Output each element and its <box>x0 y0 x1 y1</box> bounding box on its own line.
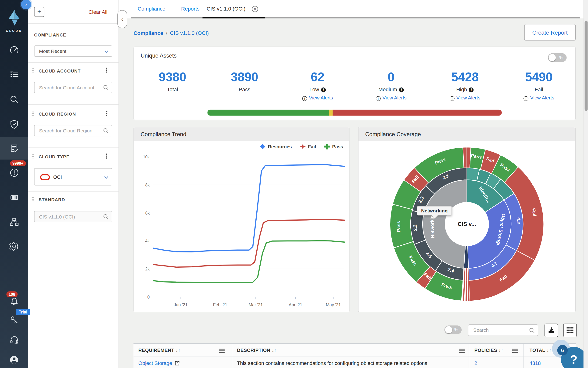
clear-all-filters-button[interactable]: Clear All <box>88 9 107 15</box>
stat-low-value: 62 <box>286 70 350 84</box>
stat-total: 9380 Total <box>141 70 204 92</box>
kebab-menu-icon[interactable] <box>106 110 107 116</box>
create-report-button[interactable]: Create Report <box>524 24 576 41</box>
total-cell[interactable]: 4318 <box>530 360 541 366</box>
breadcrumb-compliance-link[interactable]: Compliance <box>133 30 163 36</box>
alerts-icon[interactable] <box>9 167 19 178</box>
close-tab-icon[interactable]: ✕ <box>252 6 258 12</box>
drag-handle-icon[interactable] <box>32 197 35 201</box>
network-sitemap-icon[interactable] <box>9 217 19 227</box>
cloud-logo-icon[interactable] <box>6 9 21 28</box>
svg-text:4.2: 4.2 <box>516 217 521 224</box>
support-headset-icon[interactable] <box>9 335 19 345</box>
view-alerts-high-link[interactable]: !View Alerts <box>433 95 497 101</box>
compliance-coverage-title: Compliance Coverage <box>359 127 575 141</box>
profile-avatar-icon[interactable] <box>9 355 19 365</box>
table-search-input[interactable] <box>473 327 527 333</box>
info-icon[interactable]: i <box>469 87 474 92</box>
policies-shield-icon[interactable] <box>9 119 19 129</box>
cloud-type-select[interactable]: OCI <box>34 168 112 185</box>
external-link-icon[interactable] <box>175 361 180 366</box>
drag-handle-icon[interactable] <box>32 111 35 116</box>
help-notification-badge: 6 <box>557 345 568 356</box>
column-requirement[interactable]: REQUIREMENT↓↑ <box>138 348 180 353</box>
divider <box>28 23 118 24</box>
toggle-knob <box>445 326 452 333</box>
inventory-list-icon[interactable] <box>9 69 19 79</box>
cloud-region-search-input[interactable] <box>38 128 104 134</box>
scrollbar-thumb[interactable] <box>585 21 588 111</box>
requirement-link[interactable]: Object Storage <box>138 360 172 366</box>
stat-high: 5428 Highi !View Alerts <box>433 70 497 101</box>
toggle-knob <box>549 54 556 61</box>
svg-text:0: 0 <box>147 295 149 299</box>
download-icon <box>548 327 555 334</box>
info-icon[interactable]: i <box>399 87 404 92</box>
bar-segment <box>333 110 502 116</box>
bar-segment <box>329 110 333 116</box>
vertical-scrollbar[interactable] <box>584 0 588 368</box>
column-policies[interactable]: POLICIES↓↑ <box>474 348 503 353</box>
stat-pass: 3890 Pass <box>213 70 276 92</box>
licensing-key-icon[interactable] <box>9 315 19 325</box>
kebab-menu-icon[interactable] <box>106 153 107 159</box>
notifications-count-badge: 108 <box>6 291 17 297</box>
compliance-clipboard-icon[interactable] <box>9 143 19 153</box>
column-divider <box>469 344 469 368</box>
coverage-sunburst-chart[interactable]: CIS v...Identit...Object StorageNetworki… <box>359 141 576 313</box>
dashboard-gauge-icon[interactable] <box>9 45 19 55</box>
filter-section-cloud-region-label: CLOUD REGION <box>39 112 76 117</box>
column-menu-icon[interactable] <box>219 349 225 353</box>
cloud-account-search-input[interactable] <box>38 84 104 91</box>
column-total[interactable]: TOTAL↓↑ <box>530 348 552 353</box>
sort-icon[interactable]: ↓↑ <box>272 348 276 353</box>
tab-reports[interactable]: Reports <box>181 6 200 12</box>
settings-gear-icon[interactable] <box>9 241 19 251</box>
add-filter-button[interactable]: + <box>34 7 44 17</box>
svg-text:CIS v...: CIS v... <box>458 221 476 227</box>
compliance-trend-card: Compliance Trend ResourcesFailPass 10k8k… <box>133 127 349 312</box>
tab-compliance[interactable]: Compliance <box>138 6 166 12</box>
investigate-search-icon[interactable] <box>9 94 19 104</box>
main-tab-bar: Compliance Reports CIS v1.1.0 (OCI) ✕ <box>118 0 588 18</box>
sort-icon[interactable]: ↓↑ <box>176 348 180 353</box>
standard-search-input[interactable] <box>38 214 104 220</box>
column-description[interactable]: DESCRIPTION↓↑ <box>237 348 276 353</box>
column-settings-button[interactable] <box>563 323 577 337</box>
view-alerts-fail-link[interactable]: !View Alerts <box>507 95 571 101</box>
drag-handle-icon[interactable] <box>32 68 35 72</box>
cloud-region-search[interactable] <box>34 125 112 136</box>
cloud-account-search[interactable] <box>34 82 112 93</box>
standard-search[interactable] <box>34 211 112 222</box>
drag-handle-icon[interactable] <box>32 154 35 158</box>
kebab-menu-icon[interactable] <box>106 67 107 73</box>
stat-high-label: Highi <box>433 86 497 92</box>
compliance-select-value[interactable] <box>38 48 104 54</box>
collapse-filter-panel-button[interactable]: ‹ <box>117 10 127 28</box>
stat-total-value: 9380 <box>141 70 204 84</box>
trend-line-chart[interactable]: 10k8k6k4k2k0Jan '21Feb '21Mar '21Apr '21… <box>134 141 350 313</box>
view-alerts-medium-link[interactable]: !View Alerts <box>359 95 423 101</box>
compliance-select[interactable] <box>34 45 112 57</box>
svg-text:May '21: May '21 <box>326 302 341 307</box>
info-icon[interactable]: i <box>321 87 326 92</box>
sort-icon[interactable]: ↓↑ <box>547 348 552 353</box>
percent-toggle[interactable]: % <box>548 53 567 62</box>
filter-section-compliance-label: COMPLIANCE <box>34 32 66 37</box>
containers-icon[interactable] <box>9 192 19 202</box>
stat-medium-value: 0 <box>359 70 423 84</box>
sort-icon[interactable]: ↓↑ <box>499 348 503 353</box>
column-menu-icon[interactable] <box>459 349 465 353</box>
table-columns-icon <box>566 327 574 334</box>
download-button[interactable] <box>544 323 558 337</box>
search-icon <box>103 128 109 134</box>
table-search[interactable] <box>468 324 538 336</box>
divider <box>28 233 118 233</box>
policies-cell[interactable]: 2 <box>474 360 477 366</box>
column-menu-icon[interactable] <box>512 349 518 353</box>
view-alerts-low-link[interactable]: !View Alerts <box>286 95 350 101</box>
requirements-table: REQUIREMENT↓↑ DESCRIPTION↓↑ POLICIES↓↑ T… <box>133 343 576 368</box>
tab-cis-v110-oci[interactable]: CIS v1.1.0 (OCI) <box>207 6 246 12</box>
notifications-bell-icon[interactable] <box>9 296 19 306</box>
table-percent-toggle[interactable]: % <box>444 325 462 334</box>
